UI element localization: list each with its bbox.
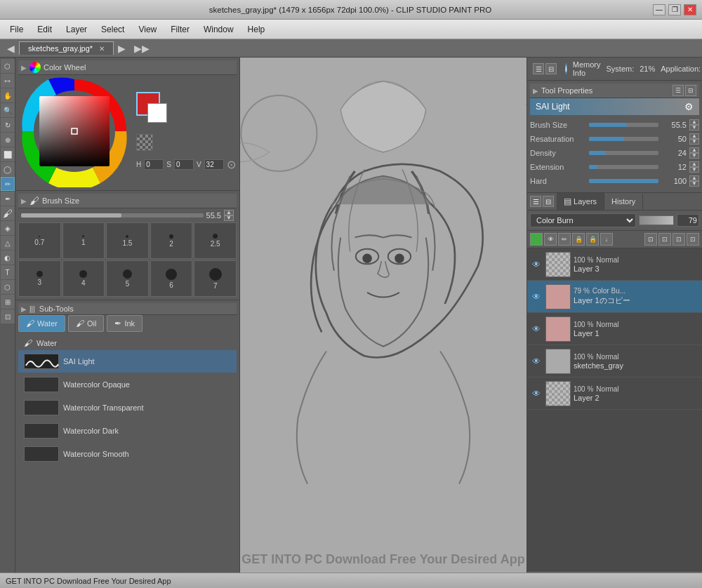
prop-slider[interactable] bbox=[589, 123, 658, 127]
subtool-water-sub[interactable]: 🖌 Water bbox=[18, 336, 237, 350]
layer-item-2[interactable]: 👁100 %NormalLayer 1 bbox=[527, 313, 702, 345]
tab-arrow-more[interactable]: ▶▶ bbox=[130, 43, 154, 54]
color-panel-collapse[interactable]: ▶ bbox=[21, 64, 27, 72]
subtool-tab-ink[interactable]: ✒ Ink bbox=[107, 315, 143, 332]
subtool-item-3[interactable]: Watercolor Dark bbox=[18, 420, 237, 442]
panel-icon-1[interactable]: ☰ bbox=[533, 63, 544, 74]
sketch-canvas[interactable]: R bbox=[240, 58, 526, 588]
tool-settings-icon[interactable]: ⚙ bbox=[684, 101, 694, 112]
color-wheel-canvas[interactable] bbox=[18, 75, 131, 187]
close-button[interactable]: ✕ bbox=[684, 4, 696, 15]
subtool-item-0[interactable]: SAI Light bbox=[18, 350, 237, 373]
layer-btn-lock[interactable]: 🔒 bbox=[572, 233, 585, 246]
brush-preset-1.5[interactable]: 1.5 bbox=[106, 222, 149, 259]
layer-item-4[interactable]: 👁100 %NormalLayer 2 bbox=[527, 377, 702, 410]
restore-button[interactable]: ❐ bbox=[668, 4, 681, 15]
subtools-panel-collapse[interactable]: ▶ bbox=[21, 305, 27, 313]
tab-layers[interactable]: ▤ Layers bbox=[557, 193, 604, 210]
layer-eye-3[interactable]: 👁 bbox=[530, 355, 543, 368]
brush-preset-4[interactable]: 4 bbox=[62, 260, 105, 297]
brush-preset-2.5[interactable]: 2.5 bbox=[194, 222, 237, 259]
prop-stepper-down[interactable]: ▼ bbox=[689, 153, 699, 159]
subtool-item-2[interactable]: Watercolor Transparent bbox=[18, 396, 237, 419]
menu-filter[interactable]: Filter bbox=[164, 22, 197, 37]
tool-shape[interactable]: ⬡ bbox=[1, 280, 15, 294]
layer-eye-4[interactable]: 👁 bbox=[530, 387, 543, 400]
menu-help[interactable]: Help bbox=[241, 22, 272, 37]
prop-slider[interactable] bbox=[589, 165, 658, 169]
prop-slider[interactable] bbox=[589, 137, 658, 141]
prop-stepper-down[interactable]: ▼ bbox=[689, 181, 699, 187]
brush-preset-2[interactable]: 2 bbox=[150, 222, 193, 259]
brush-preset-6[interactable]: 6 bbox=[150, 260, 193, 297]
layer-btn-eye[interactable]: 👁 bbox=[544, 233, 557, 246]
canvas-area[interactable]: R GET INTO PC Download Free Your Desired… bbox=[240, 58, 526, 588]
opacity-input[interactable] bbox=[677, 214, 699, 227]
brush-preset-1[interactable]: 1 bbox=[62, 222, 105, 259]
layer-btn-extra4[interactable]: ⊡ bbox=[687, 233, 699, 246]
brush-size-slider[interactable] bbox=[21, 213, 204, 218]
menu-edit[interactable]: Edit bbox=[30, 22, 59, 37]
layers-icon-2[interactable]: ⊟ bbox=[543, 196, 554, 207]
tool-pen[interactable]: ✒ bbox=[1, 192, 15, 206]
tab-arrow-right[interactable]: ▶ bbox=[114, 43, 130, 54]
layer-item-1[interactable]: 👁79 %Color Bu...Layer 1のコピー bbox=[527, 281, 702, 313]
tool-eraser[interactable]: ◈ bbox=[1, 221, 15, 235]
tool-transform[interactable]: ⊞ bbox=[1, 295, 15, 309]
tool-move[interactable]: ↔ bbox=[1, 74, 15, 88]
subtool-item-1[interactable]: Watercolor Opaque bbox=[18, 373, 237, 396]
tool-misc[interactable]: ⊡ bbox=[1, 309, 15, 323]
layers-icon-1[interactable]: ☰ bbox=[530, 196, 541, 207]
prop-stepper-down[interactable]: ▼ bbox=[689, 125, 699, 131]
layer-btn-down-arrow[interactable]: ↓ bbox=[600, 233, 613, 246]
h-input[interactable] bbox=[144, 159, 164, 170]
layer-eye-0[interactable]: 👁 bbox=[530, 258, 543, 271]
tool-eyedrop[interactable]: ⊕ bbox=[1, 133, 15, 147]
tool-props-collapse[interactable]: ▶ bbox=[533, 87, 538, 95]
minimize-button[interactable]: — bbox=[653, 4, 665, 15]
layer-item-3[interactable]: 👁100 %Normalsketches_gray bbox=[527, 345, 702, 377]
tool-rect-select[interactable]: ⬜ bbox=[1, 147, 15, 161]
layer-btn-extra2[interactable]: ⊡ bbox=[658, 233, 671, 246]
tool-fill[interactable]: △ bbox=[1, 236, 15, 250]
new-layer-color[interactable] bbox=[530, 233, 543, 246]
tool-brush[interactable]: ✏ bbox=[1, 177, 15, 191]
tab-sketches[interactable]: sketches_gray.jpg* ✕ bbox=[19, 41, 114, 55]
panel-icon-2[interactable]: ⊟ bbox=[545, 63, 557, 74]
layer-btn-extra3[interactable]: ⊡ bbox=[673, 233, 685, 246]
prop-slider[interactable] bbox=[589, 179, 658, 183]
tool-text[interactable]: T bbox=[1, 265, 15, 279]
menu-view[interactable]: View bbox=[131, 22, 164, 37]
tool-paint[interactable]: 🖌 bbox=[1, 206, 15, 220]
prop-stepper-down[interactable]: ▼ bbox=[689, 139, 699, 145]
subtool-tab-water[interactable]: 🖌 Water bbox=[18, 315, 65, 332]
color-wheel-svg[interactable] bbox=[18, 75, 131, 187]
tool-props-icon-1[interactable]: ☰ bbox=[673, 85, 684, 96]
prop-stepper-down[interactable]: ▼ bbox=[689, 167, 699, 173]
layer-btn-extra1[interactable]: ⊡ bbox=[644, 233, 657, 246]
tool-lasso[interactable]: ◯ bbox=[1, 162, 15, 176]
subtool-tab-oil[interactable]: 🖌 Oil bbox=[68, 315, 104, 332]
brush-panel-collapse[interactable]: ▶ bbox=[21, 197, 27, 205]
s-input[interactable] bbox=[174, 159, 194, 170]
tab-arrow-left[interactable]: ◀ bbox=[3, 43, 19, 54]
menu-file[interactable]: File bbox=[3, 22, 30, 37]
color-picker-icon[interactable]: ⊙ bbox=[227, 158, 236, 171]
menu-select[interactable]: Select bbox=[94, 22, 131, 37]
subtool-item-4[interactable]: Watercolor Smooth bbox=[18, 443, 237, 465]
menu-layer[interactable]: Layer bbox=[59, 22, 94, 37]
v-input[interactable] bbox=[204, 159, 224, 170]
tab-close-button[interactable]: ✕ bbox=[99, 45, 105, 53]
tool-gradient[interactable]: ◐ bbox=[1, 250, 15, 265]
menu-window[interactable]: Window bbox=[197, 22, 241, 37]
layer-btn-pen[interactable]: ✏ bbox=[558, 233, 571, 246]
tool-props-icon-2[interactable]: ⊟ bbox=[685, 85, 696, 96]
blend-mode-select[interactable]: Color Burn bbox=[530, 213, 636, 227]
tool-hand[interactable]: ✋ bbox=[1, 88, 15, 102]
brush-size-down[interactable]: ▼ bbox=[224, 215, 234, 221]
brush-preset-5[interactable]: 5 bbox=[106, 260, 149, 297]
layer-eye-1[interactable]: 👁 bbox=[530, 290, 543, 303]
brush-preset-3[interactable]: 3 bbox=[18, 260, 61, 297]
transparent-color-button[interactable] bbox=[136, 134, 153, 151]
tab-history[interactable]: History bbox=[604, 194, 643, 209]
